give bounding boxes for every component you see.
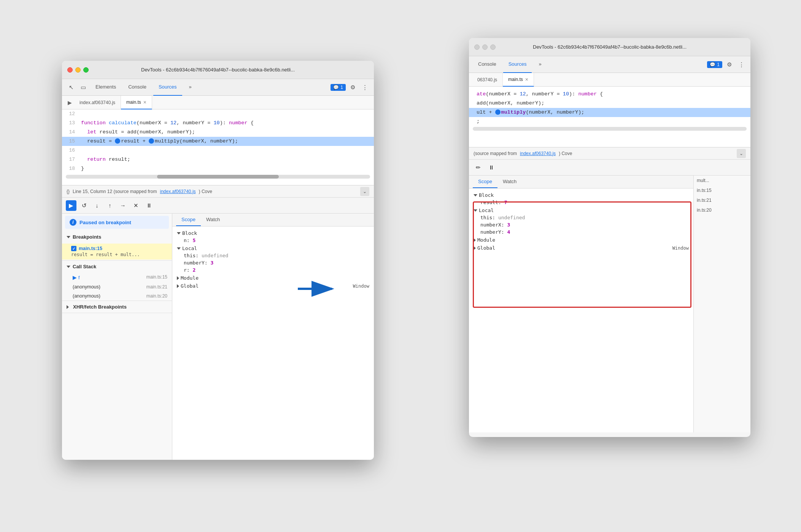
call-stack-header[interactable]: Call Stack xyxy=(62,261,172,272)
call-stack-item-f[interactable]: ▶f main.ts:15 xyxy=(62,272,172,282)
step-out-button[interactable]: ↑ xyxy=(105,200,115,211)
bp-checkbox[interactable]: ✓ xyxy=(71,246,76,251)
scope-global-2: Global Window xyxy=(474,244,689,252)
expand-button-2[interactable]: ⌄ xyxy=(737,149,746,158)
step-into-button[interactable]: ↓ xyxy=(92,200,102,211)
close-btn-2[interactable] xyxy=(474,44,480,50)
code-line-s2: add(numberX, numberY); xyxy=(469,99,750,108)
title-bar-main: DevTools - 62c6b934c4b7f676049af4b7--buc… xyxy=(62,61,374,79)
block-header[interactable]: Block xyxy=(177,230,369,237)
step-over-button[interactable]: ↺ xyxy=(79,200,89,211)
global-header-2[interactable]: Global Window xyxy=(474,244,689,252)
tab-console-2[interactable]: Console xyxy=(473,56,502,73)
module-header[interactable]: Module xyxy=(177,274,369,282)
tri-icon xyxy=(177,247,181,250)
file-loc: main.ts:20 xyxy=(146,293,167,299)
file-loc: main.ts:15 xyxy=(146,274,167,280)
tri-right-icon xyxy=(177,284,179,288)
global-val: Window xyxy=(353,283,369,289)
close-button[interactable] xyxy=(67,67,73,73)
tab-scope[interactable]: Scope xyxy=(176,214,201,226)
settings-icon-2[interactable]: ⚙ xyxy=(724,59,734,70)
edit-icon-2[interactable]: ✏ xyxy=(473,162,483,173)
tab-more[interactable]: » xyxy=(184,79,197,96)
secondary-devtools-window: DevTools - 62c6b934c4b7f676049af4b7--buc… xyxy=(469,38,750,437)
max-btn-2[interactable] xyxy=(490,44,496,50)
horizontal-scrollbar[interactable] xyxy=(66,175,370,179)
callstack-item-15: in.ts:15 xyxy=(694,185,750,195)
code-editor[interactable]: 12 13 function calculate(numberX = 12, n… xyxy=(62,109,374,185)
bp-label: ✓ main.ts:15 xyxy=(71,246,167,251)
tab-scope-2[interactable]: Scope xyxy=(473,176,497,188)
horizontal-scrollbar-2[interactable] xyxy=(473,127,747,131)
close-tab-icon-2[interactable]: × xyxy=(525,77,528,82)
expand-button[interactable]: ⌄ xyxy=(360,187,369,196)
local-header-2[interactable]: Local xyxy=(474,207,689,214)
triangle-icon xyxy=(67,266,70,268)
scope-global: Global Window xyxy=(177,282,369,290)
file-tab-arrow[interactable]: ▶ xyxy=(65,98,74,107)
minimize-button[interactable] xyxy=(75,67,81,73)
breakpoints-section: Breakpoints ✓ main.ts:15 result = result… xyxy=(62,231,172,261)
code-line-13: 13 function calculate(numberX = 12, numb… xyxy=(62,119,374,128)
local-item-numberY-2: numberY: 4 xyxy=(474,228,689,236)
step-button[interactable]: → xyxy=(118,200,128,211)
block-item-n: n: 5 xyxy=(177,237,369,244)
maximize-button[interactable] xyxy=(83,67,89,73)
more-icon[interactable]: ⋮ xyxy=(359,82,370,93)
call-stack-item-anon2[interactable]: (anonymous) main.ts:20 xyxy=(62,291,172,301)
tab-elements[interactable]: Elements xyxy=(90,79,121,96)
xhr-section: XHR/fetch Breakpoints xyxy=(62,301,172,313)
close-tab-icon[interactable]: × xyxy=(143,100,146,105)
file-tab-main[interactable]: main.ts × xyxy=(121,96,152,109)
fn-name: (anonymous) xyxy=(73,284,100,290)
global-val-2: Window xyxy=(672,245,689,251)
code-editor-2[interactable]: ate(numberX = 12, numberY = 10): number … xyxy=(469,87,750,147)
local-label-2: Local xyxy=(479,207,494,213)
global-header[interactable]: Global Window xyxy=(177,282,369,290)
device-icon[interactable]: ▭ xyxy=(78,82,89,93)
bottom-panel-2: Scope Watch Block result: 7 xyxy=(469,176,750,432)
local-header[interactable]: Local xyxy=(177,245,369,252)
block-header-2[interactable]: Block xyxy=(474,192,689,199)
tab-more-2[interactable]: » xyxy=(533,56,547,73)
scope-block: Block n: 5 xyxy=(177,230,369,244)
module-header-2[interactable]: Module xyxy=(474,236,689,244)
source-link-2[interactable]: index.af063740.js xyxy=(520,151,556,156)
tab-sources-2[interactable]: Sources xyxy=(503,56,532,73)
xhr-label: XHR/fetch Breakpoints xyxy=(73,304,127,310)
deactivate-button[interactable]: ✕ xyxy=(130,200,141,211)
cursor-icon[interactable]: ↖ xyxy=(66,82,76,93)
tab-console[interactable]: Console xyxy=(123,79,152,96)
scope-tree-2: Block result: 7 Local this: unde xyxy=(469,188,693,255)
settings-icon[interactable]: ⚙ xyxy=(347,82,358,93)
bottom-panel: i Paused on breakpoint Breakpoints ✓ mai… xyxy=(62,214,374,460)
callstack-overflow: mult... in.ts:15 in.ts:21 in.ts:20 xyxy=(693,176,750,432)
local-item-this-2: this: undefined xyxy=(474,214,689,221)
file-tab-index-2[interactable]: 063740.js xyxy=(472,73,503,87)
tri-icon-2b xyxy=(474,209,477,212)
min-btn-2[interactable] xyxy=(482,44,488,50)
message-badge[interactable]: 💬 1 xyxy=(331,84,346,91)
code-line-s4: ; xyxy=(469,117,750,126)
file-loc: main.ts:21 xyxy=(146,284,167,290)
call-stack-item-anon1[interactable]: (anonymous) main.ts:21 xyxy=(62,282,172,291)
status-text: Line 15, Column 12 (source mapped from xyxy=(73,189,157,194)
tab-sources[interactable]: Sources xyxy=(153,79,182,96)
tab-watch-2[interactable]: Watch xyxy=(497,176,522,188)
resume-button[interactable]: ▶ xyxy=(66,200,76,211)
file-tab-index[interactable]: index.af063740.js xyxy=(74,96,121,109)
tab-watch[interactable]: Watch xyxy=(201,214,225,226)
message-badge-2[interactable]: 💬 1 xyxy=(707,61,722,68)
xhr-header[interactable]: XHR/fetch Breakpoints xyxy=(62,301,172,313)
call-stack-label: Call Stack xyxy=(73,264,96,269)
file-tab-main-2[interactable]: main.ts × xyxy=(503,73,534,87)
fn-name: (anonymous) xyxy=(73,293,100,299)
pause-button[interactable]: ⏸ xyxy=(143,200,154,211)
source-link[interactable]: index.af063740.js xyxy=(160,189,195,194)
pause-btn-2[interactable]: ⏸ xyxy=(486,162,496,173)
breakpoints-header[interactable]: Breakpoints xyxy=(62,231,172,243)
more-icon-2[interactable]: ⋮ xyxy=(736,59,747,70)
traffic-lights xyxy=(67,67,89,73)
global-label: Global xyxy=(181,283,199,289)
